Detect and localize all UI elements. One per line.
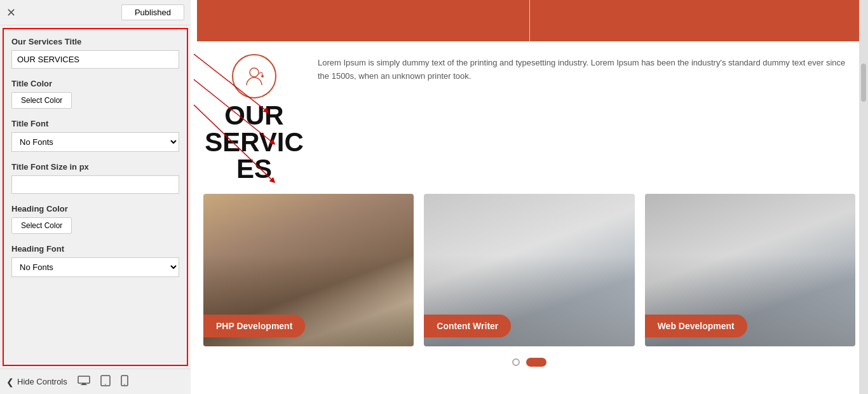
tablet-icon[interactable] xyxy=(100,375,111,389)
chevron-left-icon: ❮ xyxy=(6,377,14,387)
card-2: Content Writer xyxy=(424,194,634,346)
title-color-group: Title Color Select Color xyxy=(11,79,179,109)
svg-point-10 xyxy=(250,68,259,77)
cards-section: PHP Development Content Writer Web Devel… xyxy=(191,189,868,353)
right-scrollbar[interactable] xyxy=(859,0,868,394)
services-title-block: OURSERVICES xyxy=(203,54,305,182)
card-2-label: Content Writer xyxy=(424,315,511,337)
left-panel: ✕ Published Our Services Title Title Col… xyxy=(0,0,191,394)
orange-header-strip xyxy=(197,0,862,41)
pagination xyxy=(191,353,868,372)
pagination-dot-1[interactable] xyxy=(512,358,520,366)
svg-rect-0 xyxy=(78,376,90,383)
title-font-size-input[interactable] xyxy=(11,175,179,194)
services-heading: OURSERVICES xyxy=(205,102,304,182)
svg-point-4 xyxy=(105,384,106,385)
panel-content: Our Services Title Title Color Select Co… xyxy=(3,28,188,366)
title-font-size-label: Title Font Size in px xyxy=(11,162,179,172)
title-color-label: Title Color xyxy=(11,79,179,88)
card-3-label: Web Development xyxy=(645,315,747,337)
svg-rect-1 xyxy=(82,383,86,384)
hide-controls-button[interactable]: ❮ Hide Controls xyxy=(6,377,67,387)
card-1-label: PHP Development xyxy=(203,315,305,337)
title-font-group: Title Font No Fonts xyxy=(11,119,179,152)
heading-font-select[interactable]: No Fonts xyxy=(11,257,179,277)
heading-font-group: Heading Font No Fonts xyxy=(11,244,179,277)
title-font-size-group: Title Font Size in px xyxy=(11,162,179,194)
published-button[interactable]: Published xyxy=(121,4,184,20)
svg-rect-2 xyxy=(81,384,87,385)
top-bar: ✕ Published xyxy=(0,0,191,25)
services-title-group: Our Services Title xyxy=(11,37,179,69)
scrollbar-thumb xyxy=(861,64,866,102)
pagination-dot-2-active[interactable] xyxy=(526,358,546,367)
heading-color-label: Heading Color xyxy=(11,204,179,214)
heading-color-button[interactable]: Select Color xyxy=(11,217,72,234)
services-description: Lorem Ipsum is simply dummy text of the … xyxy=(318,54,855,182)
main-section: OURSERVICES Lorem Ipsum is simply dummy … xyxy=(191,41,868,189)
heading-color-group: Heading Color Select Color xyxy=(11,204,179,234)
card-1: PHP Development xyxy=(203,194,414,346)
hide-controls-label: Hide Controls xyxy=(17,377,67,386)
content-area: OURSERVICES Lorem Ipsum is simply dummy … xyxy=(191,0,868,394)
svg-point-11 xyxy=(261,75,264,78)
close-button[interactable]: ✕ xyxy=(6,6,16,20)
heading-font-label: Heading Font xyxy=(11,244,179,254)
title-font-select[interactable]: No Fonts xyxy=(11,132,179,152)
mobile-icon[interactable] xyxy=(121,375,128,389)
bottom-bar: ❮ Hide Controls xyxy=(0,369,191,394)
card-3: Web Development xyxy=(645,194,855,346)
services-icon-svg xyxy=(241,64,267,89)
title-color-button[interactable]: Select Color xyxy=(11,92,72,109)
svg-point-6 xyxy=(124,384,125,385)
title-font-label: Title Font xyxy=(11,119,179,128)
desktop-icon[interactable] xyxy=(78,376,90,388)
services-title-label: Our Services Title xyxy=(11,37,179,46)
services-icon-circle xyxy=(232,54,276,98)
services-title-input[interactable] xyxy=(11,50,179,69)
